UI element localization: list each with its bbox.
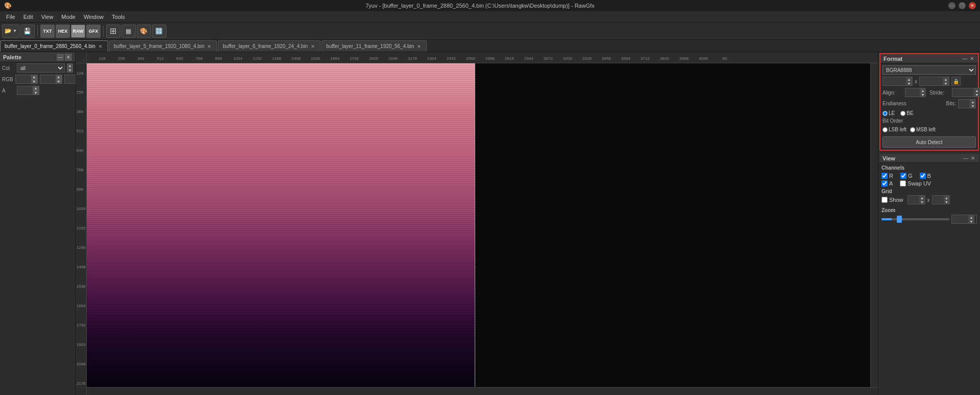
menu-tools[interactable]: Tools	[108, 13, 129, 21]
format-type-select[interactable]: BGRA8888 RGB565 RGBA8888 YUV420	[883, 65, 976, 75]
zoom-slider[interactable]	[881, 218, 949, 220]
le-radio-label[interactable]: LE	[883, 110, 895, 116]
palette-button[interactable]: 🎨	[137, 25, 151, 38]
txt-button[interactable]: TXT	[40, 25, 55, 38]
grid-h-input[interactable]: 8	[933, 196, 944, 204]
rgb-g-up[interactable]: ▲	[56, 75, 62, 79]
height-up-btn[interactable]: ▲	[943, 77, 949, 81]
tab-close-3[interactable]: ✕	[416, 43, 422, 50]
vertical-scrollbar[interactable]	[870, 63, 878, 387]
grid-show-label[interactable]: Show	[881, 197, 903, 203]
be-radio-label[interactable]: BE	[900, 110, 913, 116]
msb-radio-label[interactable]: MSB left	[910, 127, 936, 132]
palette-close-btn[interactable]: ✕	[65, 54, 72, 61]
be-radio[interactable]	[900, 111, 905, 116]
menu-edit[interactable]: Edit	[19, 13, 37, 21]
swap-uv-checkbox[interactable]	[900, 180, 906, 187]
gfx-button[interactable]: GFX	[86, 25, 101, 38]
tab-1[interactable]: buffer_layer_5_frame_1920_1080_4.bin ✕	[109, 40, 217, 52]
height-input[interactable]: 2560	[920, 77, 943, 85]
a-down[interactable]: ▼	[33, 90, 39, 95]
channel-g-label[interactable]: G	[900, 173, 913, 179]
channel-a-checkbox[interactable]	[881, 180, 888, 187]
tab-close-2[interactable]: ✕	[310, 43, 316, 50]
col-select[interactable]: all	[17, 63, 65, 73]
auto-detect-button[interactable]: Auto Detect	[883, 136, 976, 148]
rgb-r-down[interactable]: ▼	[31, 79, 37, 84]
canvas-area[interactable]: ⌐ 128 256 384 512 640 768 896 1024 1152 …	[76, 52, 878, 395]
filter-button[interactable]: 🔢	[152, 25, 166, 38]
format-close-btn[interactable]: ✕	[969, 56, 975, 62]
zoom-up-btn[interactable]: ▲	[968, 215, 974, 219]
width-up-btn[interactable]: ▲	[906, 77, 912, 81]
a-input[interactable]	[17, 88, 33, 94]
save-button[interactable]: 💾	[20, 25, 35, 38]
le-radio[interactable]	[883, 111, 888, 116]
msb-radio[interactable]	[910, 127, 915, 132]
format-minimize-btn[interactable]: —	[962, 56, 968, 62]
view-close-btn[interactable]: ✕	[970, 155, 976, 161]
height-down-btn[interactable]: ▼	[943, 81, 949, 85]
a-up[interactable]: ▲	[33, 86, 39, 90]
grid-w-input[interactable]: 8	[908, 196, 919, 204]
width-input[interactable]: 2820	[883, 77, 906, 85]
view-minimize-btn[interactable]: —	[963, 155, 969, 161]
dimensions-lock-btn[interactable]: 🔒	[951, 77, 961, 86]
bits-input[interactable]: 8	[959, 100, 970, 108]
bits-down-btn[interactable]: ▼	[970, 104, 976, 108]
grid-show-checkbox[interactable]	[881, 197, 888, 203]
stride-down-btn[interactable]: ▼	[974, 92, 980, 97]
grid-w-down[interactable]: ▼	[919, 200, 925, 204]
tab-0[interactable]: buffer_layer_0_frame_2880_2560_4.bin ✕	[0, 40, 108, 52]
lsb-radio[interactable]	[883, 127, 888, 132]
minimize-button[interactable]: —	[948, 2, 955, 9]
open-dropdown[interactable]: 📂 ▼	[2, 25, 19, 38]
grid-h-down[interactable]: ▼	[944, 200, 950, 204]
col-spin-up[interactable]: ▲	[67, 63, 73, 68]
menu-view[interactable]: View	[37, 13, 58, 21]
grid-button[interactable]: ▦	[121, 25, 136, 38]
channel-a-label[interactable]: A	[881, 180, 893, 187]
horizontal-scrollbar[interactable]	[87, 387, 878, 395]
channel-b-checkbox[interactable]	[920, 173, 926, 179]
channel-g-checkbox[interactable]	[900, 173, 906, 179]
palette-minimize-btn[interactable]: —	[57, 54, 64, 61]
col-spin-down[interactable]: ▼	[67, 68, 73, 73]
checkerboard-button[interactable]: ⊞	[106, 25, 120, 38]
align-down-btn[interactable]: ▼	[920, 92, 926, 97]
h-tick-3456: 3456	[602, 56, 611, 61]
swap-uv-label[interactable]: Swap UV	[900, 180, 931, 187]
format-panel: Format — ✕ BGRA8888 RGB565 RGBA8888 YUV4…	[879, 53, 979, 151]
zoom-value-input[interactable]: 25%	[952, 215, 968, 223]
lsb-radio-label[interactable]: LSB left	[883, 127, 906, 132]
menu-mode[interactable]: Mode	[57, 13, 80, 21]
zoom-down-btn[interactable]: ▼	[968, 219, 974, 223]
rgb-g-down[interactable]: ▼	[56, 79, 62, 84]
grid-h-up[interactable]: ▲	[944, 196, 950, 200]
restore-button[interactable]: ❐	[959, 2, 966, 9]
stride-up-btn[interactable]: ▲	[974, 88, 980, 92]
rgb-g-input[interactable]	[40, 77, 56, 82]
canvas-viewport[interactable]	[87, 63, 878, 387]
menu-file[interactable]: File	[2, 13, 19, 21]
channel-b-label[interactable]: B	[920, 173, 931, 179]
tab-3[interactable]: buffer_layer_11_frame_1920_56_4.bin ✕	[322, 40, 427, 52]
raw-button[interactable]: RAW	[71, 25, 85, 38]
title-text: 7yuv - [buffer_layer_0_frame_2880_2560_4…	[12, 3, 948, 9]
width-down-btn[interactable]: ▼	[906, 81, 912, 85]
grid-w-up[interactable]: ▲	[919, 196, 925, 200]
stride-input[interactable]: 11280	[952, 88, 974, 97]
close-button[interactable]: ✕	[969, 2, 976, 9]
bits-up-btn[interactable]: ▲	[970, 100, 976, 104]
rgb-r-up[interactable]: ▲	[31, 75, 37, 79]
tab-close-0[interactable]: ✕	[97, 43, 104, 50]
hex-button[interactable]: HEX	[56, 25, 70, 38]
channel-r-label[interactable]: R	[881, 173, 893, 179]
tab-close-1[interactable]: ✕	[206, 43, 212, 50]
align-up-btn[interactable]: ▲	[920, 88, 926, 92]
menu-window[interactable]: Window	[80, 13, 108, 21]
align-input[interactable]: 1	[905, 88, 920, 97]
tab-2[interactable]: buffer_layer_6_frame_1920_24_4.bin ✕	[218, 40, 321, 52]
rgb-r-input[interactable]	[16, 77, 31, 82]
channel-r-checkbox[interactable]	[881, 173, 888, 179]
